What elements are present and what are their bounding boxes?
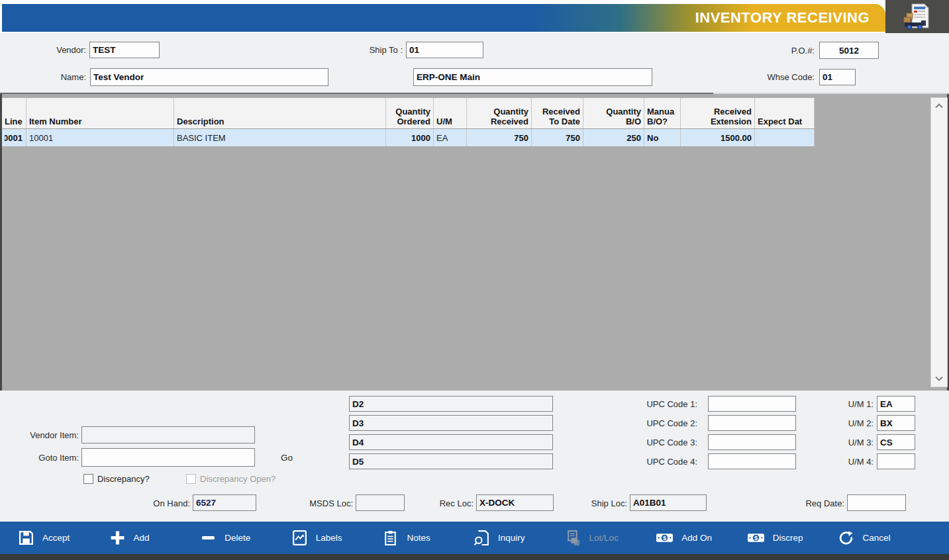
um-3-input[interactable]: CS <box>877 434 915 450</box>
discrepancy-checkbox[interactable] <box>83 474 93 484</box>
cell-description: BASIC ITEM <box>174 129 386 146</box>
cell-received-extension: 1500.00 <box>681 129 755 146</box>
cell-quantity-received: 750 <box>467 129 532 146</box>
on-hand-input: 6527 <box>193 494 256 511</box>
plus-icon <box>109 530 126 546</box>
col-header-manual-bo[interactable]: ManuaB/O? <box>644 98 681 128</box>
add-on-button[interactable]: $ Add On <box>656 530 747 546</box>
title-corner <box>885 0 949 33</box>
name-label: Name: <box>40 69 86 85</box>
window-bottom-border <box>0 554 949 560</box>
scroll-down-arrow[interactable] <box>931 372 947 385</box>
svg-text:$: $ <box>754 535 758 541</box>
col-header-received-to-date[interactable]: ReceivedTo Date <box>532 98 583 128</box>
line-items-grid: Line Item Number Description QuantityOrd… <box>0 94 949 391</box>
vendor-name-input[interactable]: Test Vendor <box>90 68 328 86</box>
req-date-label: Req Date: <box>791 495 844 512</box>
whse-code-input[interactable]: 01 <box>819 69 856 85</box>
bottom-toolbar: Accept Add Delete Labels <box>0 522 949 554</box>
cell-line: 0001 <box>2 129 26 146</box>
cancel-button[interactable]: Cancel <box>838 530 929 546</box>
um-1-input[interactable]: EA <box>877 396 915 412</box>
discrepancy-open-checkbox-label: Discrepancy Open? <box>200 474 275 485</box>
notes-button[interactable]: Notes <box>382 530 474 546</box>
description-2-input[interactable]: D2 <box>349 396 553 412</box>
req-date-input[interactable] <box>847 494 906 511</box>
inquiry-search-icon <box>474 530 490 546</box>
goto-item-input[interactable] <box>81 448 255 467</box>
cell-expect-date <box>755 129 815 146</box>
description-4-input[interactable]: D4 <box>349 434 553 450</box>
upc-code-4-label: UPC Code 4: <box>631 453 697 470</box>
col-header-received-extension[interactable]: ReceivedExtension <box>681 98 755 128</box>
msds-loc-input[interactable] <box>356 494 405 511</box>
um-2-label: U/M 2: <box>834 415 874 432</box>
po-number-input[interactable]: 5012 <box>819 42 879 59</box>
ship-to-label: Ship To : <box>344 42 403 58</box>
msds-loc-label: MSDS Loc: <box>300 495 353 512</box>
um-3-label: U/M 3: <box>834 434 874 451</box>
money-icon: $ <box>747 530 765 546</box>
cell-quantity-ordered: 1000 <box>386 129 434 146</box>
discrep-button[interactable]: $ Discrep <box>747 530 838 546</box>
vendor-item-label: Vendor Item: <box>19 427 79 443</box>
col-header-expect-date[interactable]: Expect Dat <box>755 98 815 128</box>
po-number-label: P.O.#: <box>762 42 815 59</box>
labels-chart-icon <box>291 530 308 546</box>
upc-code-2-input[interactable] <box>708 415 796 431</box>
col-header-line[interactable]: Line <box>2 98 26 128</box>
rec-loc-label: Rec Loc: <box>427 495 474 512</box>
lot-loc-button: Lot/Loc <box>565 530 656 546</box>
inquiry-button[interactable]: Inquiry <box>474 530 565 546</box>
discrepancy-checkbox-label: Discrepancy? <box>97 474 150 485</box>
rec-loc-input[interactable]: X-DOCK <box>476 494 554 511</box>
vendor-input[interactable]: TEST <box>89 42 160 58</box>
goto-item-label: Goto Item: <box>19 449 79 466</box>
discrepancy-open-checkbox <box>186 474 196 484</box>
minus-icon <box>200 530 217 546</box>
grid-row-selected[interactable]: 0001 10001 BASIC ITEM 1000 EA 750 750 25… <box>2 129 815 146</box>
cell-um: EA <box>434 129 467 146</box>
cancel-refresh-icon <box>838 530 854 546</box>
um-4-input[interactable] <box>877 453 915 469</box>
delete-button[interactable]: Delete <box>200 530 291 546</box>
page-title: INVENTORY RECEIVING <box>695 9 885 26</box>
col-header-quantity-bo[interactable]: QuantityB/O <box>583 98 644 128</box>
col-header-um[interactable]: U/M <box>434 98 467 128</box>
grid-vertical-scrollbar[interactable] <box>930 97 948 387</box>
cell-item-number: 10001 <box>26 129 174 146</box>
grid-header-row: Line Item Number Description QuantityOrd… <box>2 98 815 129</box>
cell-manual-bo: No <box>644 129 681 146</box>
cell-quantity-bo: 250 <box>583 129 644 146</box>
lot-loc-boxes-icon <box>565 530 581 546</box>
scroll-up-arrow[interactable] <box>931 99 947 113</box>
um-2-input[interactable]: BX <box>877 415 915 431</box>
title-banner: INVENTORY RECEIVING <box>2 4 885 32</box>
ship-to-input[interactable]: 01 <box>406 42 483 58</box>
cell-received-to-date: 750 <box>532 129 583 146</box>
whse-code-label: Whse Code: <box>748 69 815 85</box>
col-header-quantity-ordered[interactable]: QuantityOrdered <box>386 98 434 128</box>
notes-clipboard-icon <box>382 530 399 546</box>
upc-code-1-input[interactable] <box>708 396 796 412</box>
money-icon: $ <box>656 530 674 546</box>
go-button[interactable]: Go <box>281 453 293 463</box>
receiving-document-truck-icon <box>903 2 932 31</box>
um-4-label: U/M 4: <box>834 453 874 470</box>
col-header-item-number[interactable]: Item Number <box>26 98 174 128</box>
description-5-input[interactable]: D5 <box>349 453 553 469</box>
accept-button[interactable]: Accept <box>18 530 109 546</box>
add-button[interactable]: Add <box>109 530 201 546</box>
upc-code-1-label: UPC Code 1: <box>631 396 697 412</box>
ship-to-name-input[interactable]: ERP-ONE Main <box>413 68 652 86</box>
col-header-description[interactable]: Description <box>174 98 386 128</box>
upc-code-4-input[interactable] <box>708 453 796 469</box>
vendor-label: Vendor: <box>26 42 86 58</box>
description-3-input[interactable]: D3 <box>349 415 553 431</box>
ship-loc-input[interactable]: A01B01 <box>630 494 707 511</box>
vendor-item-input[interactable] <box>81 426 255 443</box>
inventory-receiving-window: INVENTORY RECEIVING Vendor: TEST Ship To… <box>0 0 949 560</box>
upc-code-3-input[interactable] <box>708 434 796 450</box>
col-header-quantity-received[interactable]: QuantityReceived <box>467 98 532 128</box>
labels-button[interactable]: Labels <box>291 530 383 546</box>
